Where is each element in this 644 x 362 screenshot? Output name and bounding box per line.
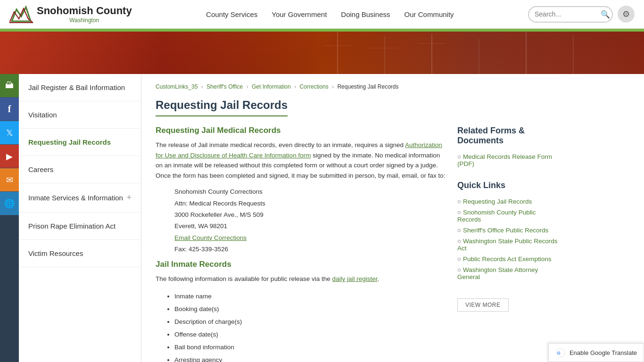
address-block: Snohomish County Corrections Attn: Medic… <box>156 186 448 255</box>
address-line2: Attn: Medical Records Requests <box>174 198 448 209</box>
bullet-item: Bail bond information <box>174 341 448 354</box>
hero-masts <box>314 32 597 74</box>
quicklinks-title: Quick Links <box>457 181 561 190</box>
nav-item-label: Victim Resources <box>28 248 83 258</box>
breadcrumb-link-1[interactable]: CustomLinks_35 <box>156 83 198 90</box>
header-right: 🔍 ⚙ <box>528 6 635 23</box>
main-content: Requesting Jail Medical Records The rele… <box>156 126 448 362</box>
forms-title: Related Forms & Documents <box>457 126 561 146</box>
nav-item-label: Jail Register & Bail Information <box>28 82 125 92</box>
nav-item-jail-register[interactable]: Jail Register & Bail Information <box>19 74 141 101</box>
breadcrumb-link-4[interactable]: Corrections <box>299 83 328 90</box>
breadcrumb-link-3[interactable]: Get Information <box>252 83 291 90</box>
settings-button[interactable]: ⚙ <box>618 6 635 23</box>
nav-our-community[interactable]: Our Community <box>405 10 454 18</box>
nav-county-services[interactable]: County Services <box>206 10 257 18</box>
quicklink-wa-attorney-general[interactable]: Washington State Attorney General <box>457 266 538 280</box>
google-translate-bar[interactable]: G Enable Google Translate <box>548 343 644 362</box>
main-layout: 🏔 f 𝕏 ▶ ✉ 🌐 Jail Register & Bail Informa… <box>0 74 644 362</box>
forms-list: Medical Records Release Form (PDF) <box>457 151 561 169</box>
list-item: Washington State Public Records Act <box>457 236 561 254</box>
breadcrumb-current: Requesting Jail Records <box>337 83 398 90</box>
content-area: CustomLinks_35 › Sheriff's Office › Get … <box>141 74 644 362</box>
globe-icon: 🌐 <box>4 198 15 209</box>
inmate-info-list: Inmate name Booking date(s) Description … <box>156 290 448 362</box>
facebook-icon: f <box>8 104 11 115</box>
email-county-corrections-link[interactable]: Email County Corrections <box>174 234 247 241</box>
quicklink-snohomish-public[interactable]: Snohomish County Public Records <box>457 209 536 223</box>
section2-title: Jail Inmate Records <box>156 260 448 269</box>
main-nav: County Services Your Government Doing Bu… <box>206 10 454 18</box>
youtube-btn[interactable]: ▶ <box>0 145 19 168</box>
nav-item-victim-resources[interactable]: Victim Resources <box>19 240 141 267</box>
nav-item-label: Careers <box>28 165 53 174</box>
logo-icon <box>9 5 33 24</box>
list-item: Medical Records Release Form (PDF) <box>457 151 561 169</box>
address-line4: Everett, WA 98201 <box>174 221 448 232</box>
site-header: Snohomish County Washington County Servi… <box>0 0 644 29</box>
nav-item-label: Requesting Jail Records <box>28 137 111 147</box>
home-icon: 🏔 <box>5 81 14 90</box>
logo-area[interactable]: Snohomish County Washington <box>9 5 132 24</box>
view-more-button[interactable]: VIEW MORE <box>457 298 509 312</box>
inner-layout: Requesting Jail Medical Records The rele… <box>156 126 630 362</box>
search-input[interactable] <box>535 10 601 18</box>
list-item: Requesting Jail Records <box>457 196 561 207</box>
site-state: Washington <box>37 17 132 24</box>
social-sidebar: 🏔 f 𝕏 ▶ ✉ 🌐 <box>0 74 19 362</box>
section2-para: The following information is available f… <box>156 274 448 284</box>
quicklink-requesting[interactable]: Requesting Jail Records <box>463 198 532 205</box>
bullet-item: Arresting agency <box>174 354 448 362</box>
right-sidebar: Related Forms & Documents Medical Record… <box>448 126 570 362</box>
quicklink-sheriffs-public[interactable]: Sheriff's Office Public Records <box>463 227 548 234</box>
quicklink-wa-public-records[interactable]: Washington State Public Records Act <box>457 238 558 252</box>
twitter-btn[interactable]: 𝕏 <box>0 121 19 145</box>
youtube-icon: ▶ <box>6 151 13 162</box>
list-item: Snohomish County Public Records <box>457 207 561 225</box>
translate-label: Enable Google Translate <box>570 349 637 356</box>
email-btn[interactable]: ✉ <box>0 168 19 192</box>
hero-image <box>0 32 644 74</box>
nav-item-inmate-services[interactable]: Inmate Services & Information + <box>19 183 141 213</box>
facebook-btn[interactable]: f <box>0 98 19 121</box>
breadcrumb: CustomLinks_35 › Sheriff's Office › Get … <box>156 83 630 90</box>
logo-text: Snohomish County Washington <box>37 5 132 24</box>
bullet-item: Booking date(s) <box>174 303 448 315</box>
quicklinks-list: Requesting Jail Records Snohomish County… <box>457 196 561 282</box>
section1-para: The release of Jail inmate medical recor… <box>156 140 448 181</box>
email-icon: ✉ <box>6 175 13 185</box>
breadcrumb-link-2[interactable]: Sheriff's Office <box>206 83 243 90</box>
bullet-item: Inmate name <box>174 290 448 303</box>
section1-title: Requesting Jail Medical Records <box>156 126 448 135</box>
expand-icon: + <box>126 192 132 204</box>
search-box: 🔍 <box>528 6 613 23</box>
nav-item-careers[interactable]: Careers <box>19 156 141 183</box>
quicklink-public-records-exemptions[interactable]: Public Records Act Exemptions <box>463 255 552 263</box>
list-item: Public Records Act Exemptions <box>457 254 561 264</box>
daily-jail-register-link[interactable]: daily jail register <box>332 275 377 282</box>
page-title: Requesting Jail Records <box>156 99 288 116</box>
fax-number: Fax: 425-339-3526 <box>174 244 448 255</box>
twitter-icon: 𝕏 <box>6 128 13 138</box>
nav-item-visitation[interactable]: Visitation <box>19 101 141 129</box>
globe-btn[interactable]: 🌐 <box>0 192 19 215</box>
google-icon: G <box>555 347 566 358</box>
address-line1: Snohomish County Corrections <box>174 186 448 197</box>
nav-item-label: Inmate Services & Information <box>28 193 123 203</box>
nav-item-prison-rape[interactable]: Prison Rape Elimination Act <box>19 213 141 240</box>
list-item: Sheriff's Office Public Records <box>457 225 561 236</box>
nav-item-requesting-jail-records[interactable]: Requesting Jail Records <box>19 129 141 156</box>
address-line3: 3000 Rockefeller Ave., M/S 509 <box>174 209 448 221</box>
nav-item-label: Prison Rape Elimination Act <box>28 221 116 231</box>
list-item: Washington State Attorney General <box>457 264 561 282</box>
bullet-item: Offense date(s) <box>174 328 448 341</box>
nav-item-label: Visitation <box>28 110 57 120</box>
search-button[interactable]: 🔍 <box>601 10 610 19</box>
medical-records-form-link[interactable]: Medical Records Release Form (PDF) <box>457 153 552 167</box>
left-nav: Jail Register & Bail Information Visitat… <box>19 74 141 362</box>
svg-text:G: G <box>557 351 561 355</box>
nav-doing-business[interactable]: Doing Business <box>341 10 390 18</box>
site-name: Snohomish County <box>37 5 132 17</box>
nav-your-government[interactable]: Your Government <box>272 10 327 18</box>
home-social-btn[interactable]: 🏔 <box>0 74 19 98</box>
